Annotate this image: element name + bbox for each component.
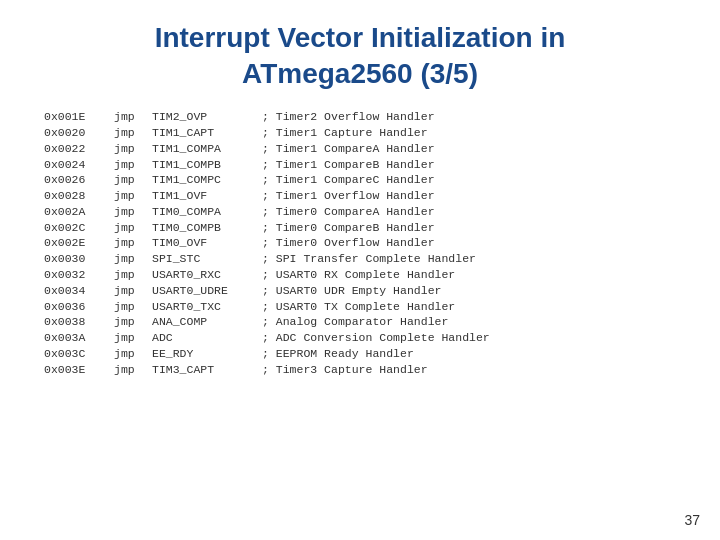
address-cell: 0x0034 <box>40 282 110 298</box>
address-cell: 0x002A <box>40 203 110 219</box>
label-cell: ANA_COMP <box>148 314 258 330</box>
label-cell: TIM1_COMPC <box>148 172 258 188</box>
comment-cell: ; USART0 RX Complete Handler <box>258 267 680 283</box>
comment-cell: ; Timer0 CompareA Handler <box>258 203 680 219</box>
page-title: Interrupt Vector Initialization in ATmeg… <box>40 20 680 93</box>
code-table: 0x001E jmp TIM2_OVP ; Timer2 Overflow Ha… <box>40 109 680 377</box>
instruction-cell: jmp <box>110 346 148 362</box>
label-cell: TIM1_COMPB <box>148 156 258 172</box>
comment-cell: ; Analog Comparator Handler <box>258 314 680 330</box>
address-cell: 0x002E <box>40 235 110 251</box>
comment-cell: ; Timer1 CompareC Handler <box>258 172 680 188</box>
table-row: 0x0034 jmp USART0_UDRE ; USART0 UDR Empt… <box>40 282 680 298</box>
table-row: 0x003E jmp TIM3_CAPT ; Timer3 Capture Ha… <box>40 361 680 377</box>
label-cell: SPI_STC <box>148 251 258 267</box>
address-cell: 0x0028 <box>40 188 110 204</box>
label-cell: TIM0_COMPB <box>148 219 258 235</box>
label-cell: USART0_RXC <box>148 267 258 283</box>
table-row: 0x002E jmp TIM0_OVF ; Timer0 Overflow Ha… <box>40 235 680 251</box>
label-cell: USART0_UDRE <box>148 282 258 298</box>
table-row: 0x0020 jmp TIM1_CAPT ; Timer1 Capture Ha… <box>40 125 680 141</box>
address-cell: 0x003E <box>40 361 110 377</box>
table-row: 0x0022 jmp TIM1_COMPA ; Timer1 CompareA … <box>40 140 680 156</box>
instruction-cell: jmp <box>110 251 148 267</box>
table-row: 0x0036 jmp USART0_TXC ; USART0 TX Comple… <box>40 298 680 314</box>
label-cell: ADC <box>148 330 258 346</box>
instruction-cell: jmp <box>110 140 148 156</box>
address-cell: 0x0026 <box>40 172 110 188</box>
address-cell: 0x0036 <box>40 298 110 314</box>
instruction-cell: jmp <box>110 267 148 283</box>
address-cell: 0x0038 <box>40 314 110 330</box>
comment-cell: ; Timer3 Capture Handler <box>258 361 680 377</box>
label-cell: TIM1_OVF <box>148 188 258 204</box>
table-row: 0x0030 jmp SPI_STC ; SPI Transfer Comple… <box>40 251 680 267</box>
label-cell: TIM0_OVF <box>148 235 258 251</box>
instruction-cell: jmp <box>110 298 148 314</box>
page-number: 37 <box>684 512 700 528</box>
comment-cell: ; Timer1 CompareB Handler <box>258 156 680 172</box>
table-row: 0x0032 jmp USART0_RXC ; USART0 RX Comple… <box>40 267 680 283</box>
label-cell: USART0_TXC <box>148 298 258 314</box>
table-row: 0x002C jmp TIM0_COMPB ; Timer0 CompareB … <box>40 219 680 235</box>
address-cell: 0x0022 <box>40 140 110 156</box>
table-row: 0x0024 jmp TIM1_COMPB ; Timer1 CompareB … <box>40 156 680 172</box>
label-cell: TIM1_COMPA <box>148 140 258 156</box>
instruction-cell: jmp <box>110 235 148 251</box>
comment-cell: ; Timer0 Overflow Handler <box>258 235 680 251</box>
address-cell: 0x001E <box>40 109 110 125</box>
instruction-cell: jmp <box>110 330 148 346</box>
address-cell: 0x0032 <box>40 267 110 283</box>
instruction-cell: jmp <box>110 109 148 125</box>
label-cell: TIM3_CAPT <box>148 361 258 377</box>
instruction-cell: jmp <box>110 203 148 219</box>
comment-cell: ; Timer1 Overflow Handler <box>258 188 680 204</box>
label-cell: TIM1_CAPT <box>148 125 258 141</box>
address-cell: 0x0030 <box>40 251 110 267</box>
comment-cell: ; Timer2 Overflow Handler <box>258 109 680 125</box>
instruction-cell: jmp <box>110 156 148 172</box>
instruction-cell: jmp <box>110 361 148 377</box>
table-row: 0x003A jmp ADC ; ADC Conversion Complete… <box>40 330 680 346</box>
comment-cell: ; Timer1 CompareA Handler <box>258 140 680 156</box>
address-cell: 0x003A <box>40 330 110 346</box>
instruction-cell: jmp <box>110 314 148 330</box>
label-cell: TIM0_COMPA <box>148 203 258 219</box>
table-row: 0x0026 jmp TIM1_COMPC ; Timer1 CompareC … <box>40 172 680 188</box>
table-row: 0x0038 jmp ANA_COMP ; Analog Comparator … <box>40 314 680 330</box>
comment-cell: ; Timer0 CompareB Handler <box>258 219 680 235</box>
comment-cell: ; SPI Transfer Complete Handler <box>258 251 680 267</box>
address-cell: 0x002C <box>40 219 110 235</box>
table-row: 0x001E jmp TIM2_OVP ; Timer2 Overflow Ha… <box>40 109 680 125</box>
comment-cell: ; EEPROM Ready Handler <box>258 346 680 362</box>
label-cell: EE_RDY <box>148 346 258 362</box>
comment-cell: ; USART0 UDR Empty Handler <box>258 282 680 298</box>
instruction-cell: jmp <box>110 282 148 298</box>
address-cell: 0x0024 <box>40 156 110 172</box>
comment-cell: ; USART0 TX Complete Handler <box>258 298 680 314</box>
address-cell: 0x0020 <box>40 125 110 141</box>
instruction-cell: jmp <box>110 219 148 235</box>
comment-cell: ; ADC Conversion Complete Handler <box>258 330 680 346</box>
label-cell: TIM2_OVP <box>148 109 258 125</box>
comment-cell: ; Timer1 Capture Handler <box>258 125 680 141</box>
table-row: 0x002A jmp TIM0_COMPA ; Timer0 CompareA … <box>40 203 680 219</box>
instruction-cell: jmp <box>110 172 148 188</box>
instruction-cell: jmp <box>110 125 148 141</box>
table-row: 0x0028 jmp TIM1_OVF ; Timer1 Overflow Ha… <box>40 188 680 204</box>
instruction-cell: jmp <box>110 188 148 204</box>
page-container: Interrupt Vector Initialization in ATmeg… <box>0 0 720 540</box>
address-cell: 0x003C <box>40 346 110 362</box>
table-row: 0x003C jmp EE_RDY ; EEPROM Ready Handler <box>40 346 680 362</box>
